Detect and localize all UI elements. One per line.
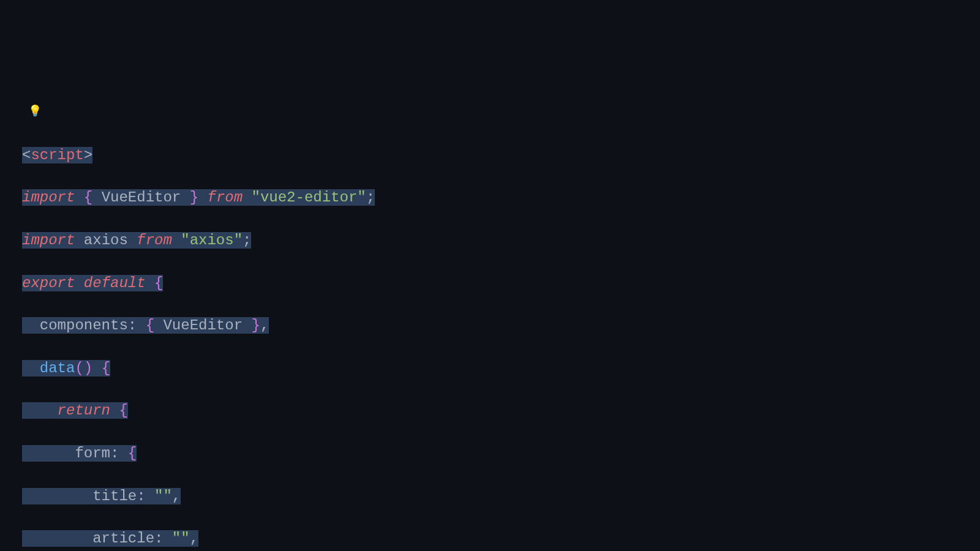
brace: { [75, 189, 101, 206]
keyword-from: from [137, 232, 172, 249]
string-literal: "axios" [172, 232, 243, 249]
keyword-import: import [22, 189, 75, 206]
keyword-from: from [207, 189, 243, 206]
brace: { [146, 317, 164, 334]
brace: { [92, 360, 110, 377]
code-line: export default { [22, 273, 980, 294]
comma: , [172, 488, 181, 504]
keyword-default: default [75, 275, 145, 291]
identifier: VueEditor [163, 317, 243, 334]
brace: { [146, 275, 164, 291]
tag-name: script [31, 147, 83, 163]
keyword-import: import [22, 232, 75, 249]
semicolon: ; [366, 189, 375, 206]
method-name: data [22, 360, 75, 377]
comma: , [190, 530, 198, 547]
code-line: import { VueEditor } from "vue2-editor"; [22, 187, 980, 209]
brace: { [128, 445, 137, 462]
tag-bracket: < [22, 147, 31, 163]
code-line: data() { [22, 358, 980, 380]
code-line: components: { VueEditor }, [22, 315, 980, 337]
string-literal: "" [172, 530, 190, 547]
keyword-export: export [22, 275, 75, 291]
property: components: [22, 317, 146, 334]
code-line: import axios from "axios"; [22, 230, 980, 252]
property: article: [22, 530, 172, 547]
code-line: form: { [22, 443, 980, 465]
brace: } [243, 317, 260, 334]
brace: { [110, 402, 128, 419]
brace: } [181, 189, 207, 206]
string-literal: "" [154, 488, 172, 504]
identifier: axios [75, 232, 137, 249]
semicolon: ; [243, 232, 251, 249]
code-editor[interactable]: 💡 <script> import { VueEditor } from "vu… [22, 102, 980, 551]
property: form: [22, 445, 128, 462]
property: title: [22, 488, 154, 504]
comma: , [260, 317, 269, 334]
paren: () [75, 360, 92, 377]
tag-bracket: > [84, 147, 92, 163]
code-line: article: "", [22, 528, 980, 550]
string-literal: "vue2-editor" [243, 189, 366, 206]
identifier: VueEditor [102, 189, 181, 206]
code-line: title: "", [22, 486, 980, 508]
keyword-return: return [22, 402, 110, 419]
code-line: <script> [22, 145, 980, 167]
lightbulb-icon[interactable]: 💡 [28, 103, 42, 119]
code-line: return { [22, 400, 980, 422]
